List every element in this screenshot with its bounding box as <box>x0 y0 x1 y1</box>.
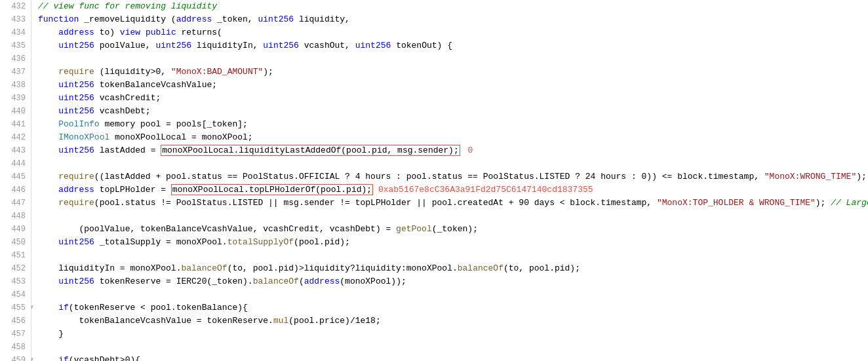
code-line <box>38 288 868 301</box>
code-line <box>38 341 868 354</box>
line-number: 433 <box>3 13 26 26</box>
line-number: 452 <box>3 262 26 275</box>
line-number: 456 <box>3 314 26 328</box>
line-number: 447 <box>3 197 26 210</box>
code-line: PoolInfo memory pool = pools[_token]; <box>38 118 868 131</box>
code-line: require((lastAdded + pool.status == Pool… <box>38 170 868 183</box>
line-number: 437 <box>3 66 26 79</box>
line-number: 435 <box>3 39 26 52</box>
code-line: require (liquidity>0, "MonoX:BAD_AMOUNT"… <box>38 66 868 79</box>
code-area[interactable]: // view func for removing liquidityfunct… <box>31 0 868 361</box>
line-number: 449 <box>3 223 26 236</box>
code-line: liquidityIn = monoXPool.balanceOf(to, po… <box>38 262 868 275</box>
line-number: 450 <box>3 236 26 249</box>
code-line: uint256 poolValue, uint256 liquidityIn, … <box>38 39 868 52</box>
line-number: 455 <box>3 301 26 314</box>
line-number: 444 <box>3 157 26 170</box>
line-number: 459 <box>3 354 26 361</box>
code-line: function _removeLiquidity (address _toke… <box>38 13 868 26</box>
code-line: address to) view public returns( <box>38 26 868 39</box>
code-line <box>38 249 868 262</box>
line-number: 434 <box>3 26 26 39</box>
code-line: uint256 tokenReserve = IERC20(_token).ba… <box>38 275 868 288</box>
code-line <box>38 210 868 223</box>
collapse-button[interactable]: ▼ <box>31 304 35 312</box>
code-line: tokenBalanceVcashValue = tokenReserve.mu… <box>38 314 868 328</box>
line-number: 458 <box>3 341 26 354</box>
line-number: 432 <box>3 0 26 13</box>
code-line: uint256 tokenBalanceVcashValue; <box>38 79 868 92</box>
line-number: 457 <box>3 328 26 341</box>
line-number: 448 <box>3 210 26 223</box>
line-number: 442 <box>3 131 26 144</box>
code-line: (poolValue, tokenBalanceVcashValue, vcas… <box>38 223 868 236</box>
code-line: ▼ if(vcashDebt>0){ <box>38 354 868 361</box>
code-line: ▼ if(tokenReserve < pool.tokenBalance){ <box>38 301 868 314</box>
code-line: uint256 vcashDebt; <box>38 105 868 118</box>
code-line: uint256 vcashCredit; <box>38 92 868 105</box>
line-number: 445 <box>3 170 26 183</box>
code-line: IMonoXPool monoXPoolLocal = monoXPool; <box>38 131 868 144</box>
line-number: 440 <box>3 105 26 118</box>
code-line <box>38 157 868 170</box>
code-line: require(pool.status != PoolStatus.LISTED… <box>38 197 868 210</box>
line-number: 441 <box>3 118 26 131</box>
line-number: 453 <box>3 275 26 288</box>
line-number: 454 <box>3 288 26 301</box>
code-line: uint256 lastAdded = monoXPoolLocal.liqui… <box>38 144 868 157</box>
code-line: uint256 _totalSupply = monoXPool.totalSu… <box>38 236 868 249</box>
code-editor: 4324334344354364374384394404414424434444… <box>0 0 868 361</box>
line-number: 451 <box>3 249 26 262</box>
code-line: // view func for removing liquidity <box>38 0 868 13</box>
collapse-button[interactable]: ▼ <box>31 356 35 361</box>
line-number: 438 <box>3 79 26 92</box>
line-number: 436 <box>3 52 26 66</box>
code-line <box>38 52 868 66</box>
code-line: address topLPHolder = monoXPoolLocal.top… <box>38 183 868 197</box>
line-number: 443 <box>3 144 26 157</box>
line-number: 446 <box>3 183 26 197</box>
code-line: } <box>38 328 868 341</box>
line-number: 439 <box>3 92 26 105</box>
line-numbers: 4324334344354364374384394404414424434444… <box>0 0 31 361</box>
